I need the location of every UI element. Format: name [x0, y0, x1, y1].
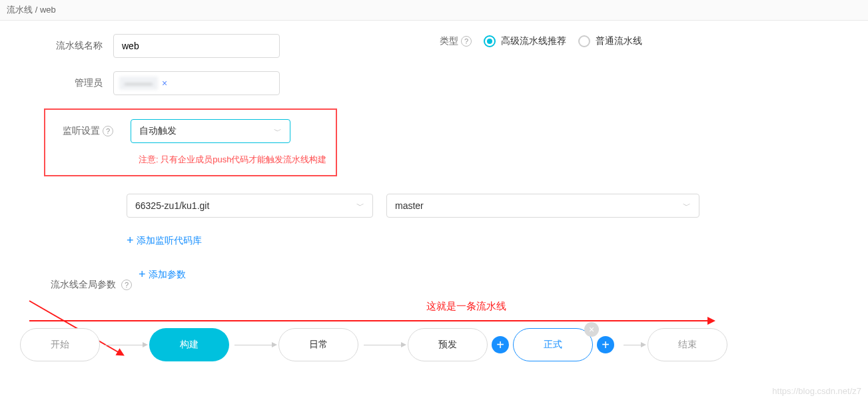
help-icon[interactable]: ?	[121, 280, 132, 290]
repo-value: 66325-zu1/ku1.git	[135, 200, 209, 211]
add-repo-label: 添加监听代码库	[137, 235, 202, 247]
plus-icon: +	[496, 337, 504, 353]
arrow-icon	[624, 345, 642, 345]
add-params-label: 添加参数	[149, 269, 186, 281]
main-form: 流水线名称 类型 ? 高级流水线推荐 普通流水线 管理员 ——— ×	[0, 21, 868, 375]
radio-basic-label: 普通流水线	[596, 35, 642, 47]
pipeline-name-input[interactable]	[113, 34, 280, 58]
stage-end[interactable]: 结束	[648, 328, 727, 361]
type-row: 类型 ? 高级流水线推荐 普通流水线	[440, 35, 642, 47]
close-icon[interactable]: ×	[162, 78, 167, 89]
chevron-down-icon: ﹀	[356, 200, 364, 212]
stage-prod[interactable]: 正式 ×	[513, 328, 593, 361]
plus-icon: +	[139, 268, 146, 282]
help-icon[interactable]: ?	[461, 36, 472, 47]
arrow-icon	[364, 345, 402, 345]
stage-pre[interactable]: 预发	[408, 328, 488, 361]
pipeline-diagram: 开始 构建 日常 预发 + 正式 × + 结束	[20, 328, 841, 361]
breadcrumb: 流水线 / web	[0, 0, 868, 21]
stage-start[interactable]: 开始	[20, 328, 100, 361]
admin-label: 管理员	[27, 77, 113, 89]
arrow-icon	[234, 345, 273, 345]
branch-value: master	[395, 200, 424, 211]
close-icon: ×	[589, 324, 594, 335]
add-stage-button[interactable]: +	[597, 336, 614, 353]
radio-icon-unselected	[578, 35, 590, 47]
arrow-icon	[105, 345, 144, 345]
listen-trigger-select[interactable]: 自动触发 ﹀	[131, 119, 290, 143]
delete-stage-button[interactable]: ×	[584, 322, 599, 337]
radio-basic[interactable]: 普通流水线	[578, 35, 642, 47]
add-stage-button[interactable]: +	[492, 336, 509, 353]
type-label: 类型	[440, 35, 458, 47]
stage-daily[interactable]: 日常	[278, 328, 358, 361]
breadcrumb-current: web	[40, 5, 56, 15]
admin-select[interactable]: ——— ×	[113, 71, 280, 95]
plus-icon: +	[127, 234, 134, 248]
radio-icon-selected	[484, 35, 496, 47]
admin-tag: ———	[119, 77, 158, 90]
radio-advanced[interactable]: 高级流水线推荐	[484, 35, 566, 47]
pipeline-name-label: 流水线名称	[27, 40, 113, 52]
global-params-label: 流水线全局参数	[51, 279, 116, 291]
breadcrumb-root[interactable]: 流水线	[7, 5, 33, 15]
annotation-arrow-top	[29, 320, 709, 321]
add-params-link[interactable]: + 添加参数	[139, 268, 186, 282]
listen-warning: 注意: 只有企业成员push代码才能触发流水线构建	[139, 154, 326, 166]
chevron-down-icon: ﹀	[683, 200, 691, 212]
repo-select[interactable]: 66325-zu1/ku1.git ﹀	[127, 194, 373, 218]
listen-label: 监听设置	[63, 125, 100, 137]
breadcrumb-sep: /	[35, 5, 38, 15]
plus-icon: +	[602, 337, 610, 353]
chevron-down-icon: ﹀	[274, 126, 282, 137]
listen-trigger-value: 自动触发	[139, 125, 177, 137]
radio-advanced-label: 高级流水线推荐	[501, 35, 566, 47]
annotation-text: 这就是一条流水线	[426, 300, 506, 313]
help-icon[interactable]: ?	[103, 126, 113, 136]
branch-select[interactable]: master ﹀	[386, 194, 699, 218]
add-repo-link[interactable]: + 添加监听代码库	[127, 234, 202, 248]
stage-build[interactable]: 构建	[149, 328, 229, 361]
